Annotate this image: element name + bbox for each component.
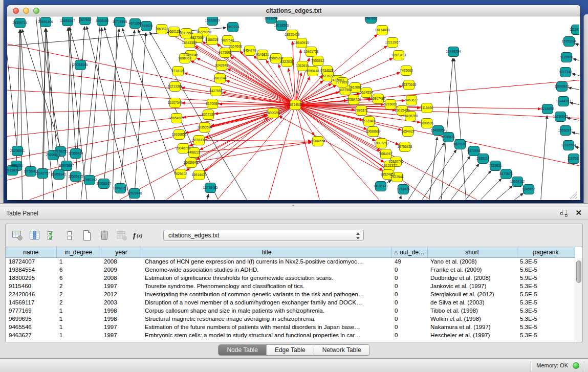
table-cell: 5.3E-5: [517, 307, 575, 315]
table-row[interactable]: 1872400712008Changes of HCN gene express…: [6, 257, 575, 266]
column-header-pagerank[interactable]: pagerank: [517, 247, 575, 257]
svg-text:16782759: 16782759: [113, 186, 128, 190]
zoom-window-button[interactable]: [33, 8, 39, 14]
column-header-name[interactable]: name: [6, 247, 56, 257]
table-row[interactable]: 1938455462009Genome-wide association stu…: [6, 266, 575, 274]
table-row[interactable]: 2242004622012Investigating the contribut…: [6, 290, 575, 298]
network-window-titlebar[interactable]: citations_edges.txt: [7, 5, 580, 16]
table-cell: Dudbridge et al. (2008): [427, 274, 517, 282]
table-cell: 9463627: [6, 331, 56, 339]
svg-text:19166852: 19166852: [172, 133, 187, 136]
table-row[interactable]: 946554611997Estimation of the future num…: [6, 323, 575, 331]
panel-splitter-handle[interactable]: [0, 203, 588, 207]
column-header-in_degree[interactable]: in_degree: [56, 247, 101, 257]
svg-text:8938923: 8938923: [442, 135, 455, 139]
svg-text:7632621: 7632621: [489, 164, 502, 167]
scrollbar-thumb[interactable]: [576, 260, 581, 283]
table-cell: Changes of HCN gene expression and I(f) …: [142, 257, 391, 266]
svg-text:8170084: 8170084: [206, 102, 219, 105]
column-chooser-button[interactable]: [28, 229, 41, 242]
select-all-rows-button[interactable]: [46, 229, 59, 242]
table-cell: 1997: [101, 323, 142, 331]
svg-text:15692971: 15692971: [558, 128, 573, 132]
svg-text:8427552: 8427552: [209, 89, 223, 93]
table-cell: 2009: [101, 266, 142, 274]
close-window-button[interactable]: [13, 8, 19, 14]
svg-text:16409954: 16409954: [431, 128, 446, 132]
svg-text:2935114: 2935114: [477, 157, 490, 160]
delete-rows-icon: [99, 230, 110, 241]
table-cell: 22420046: [6, 290, 56, 298]
table-cell: 5.3E-5: [517, 331, 575, 339]
table-cell: 5.3E-5: [517, 282, 575, 290]
new-table-icon: [81, 230, 93, 241]
table-cell: Tibbo et al. (1998): [427, 307, 517, 315]
svg-text:9175685: 9175685: [219, 51, 232, 54]
svg-text:19756928: 19756928: [398, 145, 412, 148]
svg-text:12373515: 12373515: [402, 83, 417, 86]
table-cell: 6: [56, 266, 101, 274]
svg-text:12342757: 12342757: [35, 171, 50, 175]
svg-text:90975887: 90975887: [59, 164, 74, 167]
table-cell: 0: [391, 307, 427, 315]
table-row[interactable]: 977716911998Corpus callosum shape and si…: [6, 307, 575, 315]
svg-text:16914479: 16914479: [192, 173, 207, 177]
new-table-button[interactable]: [80, 229, 94, 242]
delete-rows-button[interactable]: [98, 229, 111, 242]
tab-network-table[interactable]: Network Table: [314, 345, 369, 355]
network-canvas[interactable]: 2435572420691406106532671527602646616010…: [7, 17, 579, 200]
svg-text:16039948: 16039948: [184, 161, 199, 164]
function-builder-button[interactable]: f(x): [133, 229, 146, 242]
svg-text:24355724: 24355724: [13, 21, 28, 25]
table-cell: 5.6E-5: [517, 266, 575, 274]
table-cell: Estimation of significance thresholds fo…: [142, 274, 391, 282]
column-header-title[interactable]: title: [142, 247, 391, 257]
tab-node-table[interactable]: Node Table: [219, 345, 266, 355]
svg-text:9227343: 9227343: [559, 70, 572, 74]
panel-collapse-arrow-icon[interactable]: [1, 174, 3, 178]
float-panel-button[interactable]: [560, 209, 568, 217]
tab-edge-table[interactable]: Edge Table: [266, 345, 314, 355]
table-cell: 2008: [101, 257, 142, 266]
table-row[interactable]: 1830029562008Estimation of significance …: [6, 274, 575, 282]
table-cell: 2012: [101, 290, 142, 298]
svg-text:18325419: 18325419: [285, 33, 300, 36]
table-row[interactable]: 911546021997Tourette syndrome. Phenomeno…: [6, 282, 575, 290]
table-selector-dropdown[interactable]: citations_edges.txt: [163, 230, 364, 241]
svg-text:16210722: 16210722: [321, 74, 336, 78]
table-scrollbar[interactable]: [575, 258, 582, 342]
table-cell: 1997: [101, 331, 142, 339]
table-cell: 5.5E-5: [517, 290, 575, 298]
memory-ok-led-icon[interactable]: [573, 362, 579, 369]
table-cell: 5.3E-5: [517, 257, 575, 266]
close-panel-button[interactable]: ✕: [575, 209, 582, 217]
svg-text:17359924: 17359924: [69, 151, 83, 155]
svg-text:19654985: 19654985: [169, 116, 184, 120]
table-settings-button[interactable]: [11, 229, 24, 242]
svg-text:15885208: 15885208: [269, 56, 284, 60]
svg-text:9827546: 9827546: [221, 38, 234, 42]
delete-table-button: [115, 229, 128, 242]
deselect-rows-button[interactable]: [63, 229, 76, 242]
column-header-year[interactable]: year: [101, 247, 142, 257]
svg-text:15716485: 15716485: [203, 186, 218, 189]
table-settings-icon: [12, 230, 23, 241]
svg-text:10973493: 10973493: [391, 53, 406, 57]
svg-text:8813054: 8813054: [265, 17, 278, 20]
column-header-out_de[interactable]: △out_de…: [391, 247, 427, 257]
table-cell: 18724007: [6, 257, 56, 266]
sort-ascending-icon: △: [394, 250, 398, 255]
table-row[interactable]: 969969511998Structural magnetic resonanc…: [6, 315, 575, 323]
svg-text:9827503: 9827503: [190, 36, 204, 39]
svg-text:16210643: 16210643: [553, 115, 568, 118]
column-header-short[interactable]: short: [427, 247, 517, 257]
table-cell: 2: [56, 282, 101, 290]
table-cell: 5.3E-5: [517, 323, 575, 331]
svg-text:20046706: 20046706: [176, 146, 191, 150]
svg-text:18807293: 18807293: [374, 141, 389, 145]
table-row[interactable]: 946362711997Embryonic stem cells: a mode…: [6, 331, 575, 339]
table-row[interactable]: 1456911722003Disruption of a novel membe…: [6, 298, 575, 307]
table-cell: 19384554: [6, 266, 56, 274]
svg-text:1167533: 1167533: [568, 157, 579, 160]
minimize-window-button[interactable]: [23, 8, 29, 14]
